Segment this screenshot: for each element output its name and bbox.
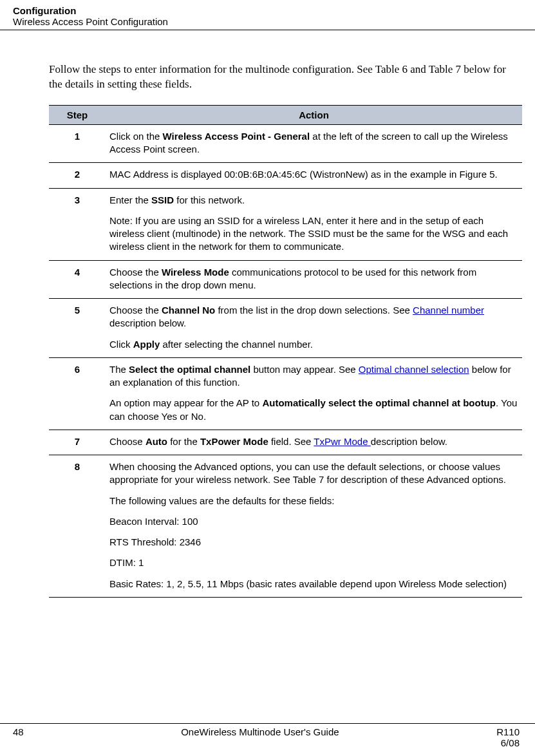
bold-text: Automatically select the optimal channel… — [262, 397, 496, 408]
content-area: Follow the steps to enter information fo… — [0, 30, 535, 598]
footer-date: 6/08 — [496, 737, 520, 748]
text: The following values are the defaults fo… — [109, 495, 518, 507]
step-action: Enter the SSID for this network. Note: I… — [106, 188, 522, 260]
text: description below. — [371, 436, 447, 447]
table-row: 2 MAC Address is displayed 00:0B:6B:0A:4… — [49, 163, 522, 188]
text: The — [109, 364, 129, 375]
footer-right: R110 6/08 — [496, 726, 520, 748]
footer-version: R110 — [496, 726, 520, 737]
table-row: 1 Click on the Wireless Access Point - G… — [49, 124, 522, 163]
step-action: Choose the Wireless Mode communications … — [106, 260, 522, 299]
step-number: 3 — [49, 188, 106, 260]
bold-text: Select the optimal channel — [129, 364, 250, 375]
step-action: MAC Address is displayed 00:0B:6B:0A:45:… — [106, 163, 522, 188]
step-number: 7 — [49, 430, 106, 455]
bold-text: Auto — [145, 436, 167, 447]
table-row: 4 Choose the Wireless Mode communication… — [49, 260, 522, 299]
bold-text: TxPower Mode — [200, 436, 268, 447]
step-number: 2 — [49, 163, 106, 188]
text: When choosing the Advanced options, you … — [109, 460, 518, 487]
footer-center: OneWireless Multinode User's Guide — [181, 726, 339, 737]
header-title: Configuration — [13, 5, 522, 16]
step-action: Choose the Channel No from the list in t… — [106, 299, 522, 358]
text: DTIM: 1 — [109, 556, 518, 569]
text: Click on the — [109, 131, 163, 142]
text: Choose the — [109, 267, 162, 278]
step-number: 4 — [49, 260, 106, 299]
step-action: The Select the optimal channel button ma… — [106, 357, 522, 430]
text: description below. — [109, 317, 186, 328]
bold-text: Wireless Access Point - General — [163, 131, 310, 142]
text: An option may appear for the AP to — [109, 397, 262, 408]
col-header-step: Step — [49, 105, 106, 124]
text: Choose — [109, 436, 145, 447]
text: Beacon Interval: 100 — [109, 515, 518, 528]
text: MAC Address is displayed 00:0B:6B:0A:45:… — [109, 168, 518, 181]
link-optimal-channel[interactable]: Optimal channel selection — [359, 364, 469, 375]
step-number: 5 — [49, 299, 106, 358]
step-number: 8 — [49, 455, 106, 598]
text: Choose the — [109, 305, 162, 316]
step-action: Click on the Wireless Access Point - Gen… — [106, 124, 522, 163]
text: Enter the — [109, 194, 151, 205]
text: after selecting the channel number. — [160, 339, 313, 350]
text: for the — [167, 436, 200, 447]
page-footer: 48 OneWireless Multinode User's Guide R1… — [0, 723, 535, 748]
table-row: 3 Enter the SSID for this network. Note:… — [49, 188, 522, 260]
text: button may appear. See — [250, 364, 359, 375]
text: Note: If you are using an SSID for a wir… — [109, 214, 518, 254]
table-row: 6 The Select the optimal channel button … — [49, 357, 522, 430]
bold-text: SSID — [151, 194, 174, 205]
step-number: 6 — [49, 357, 106, 430]
page-header: Configuration Wireless Access Point Conf… — [0, 0, 535, 30]
text: from the list in the drop down selection… — [215, 305, 413, 316]
bold-text: Wireless Mode — [162, 267, 229, 278]
header-subtitle: Wireless Access Point Configuration — [13, 16, 522, 27]
step-number: 1 — [49, 124, 106, 163]
table-row: 8 When choosing the Advanced options, yo… — [49, 455, 522, 598]
text: for this network. — [174, 194, 245, 205]
step-action: When choosing the Advanced options, you … — [106, 455, 522, 598]
table-row: 7 Choose Auto for the TxPower Mode field… — [49, 430, 522, 455]
text: RTS Threshold: 2346 — [109, 536, 518, 549]
link-channel-number[interactable]: Channel number — [413, 305, 484, 316]
text: field. See — [268, 436, 314, 447]
footer-page-number: 48 — [13, 726, 24, 737]
text: Basic Rates: 1, 2, 5.5, 11 Mbps (basic r… — [109, 578, 518, 591]
intro-paragraph: Follow the steps to enter information fo… — [49, 62, 522, 92]
link-txpwr-mode[interactable]: TxPwr Mode — [314, 436, 370, 447]
text: Click — [109, 339, 133, 350]
steps-table: Step Action 1 Click on the Wireless Acce… — [49, 105, 522, 598]
col-header-action: Action — [106, 105, 522, 124]
step-action: Choose Auto for the TxPower Mode field. … — [106, 430, 522, 455]
table-row: 5 Choose the Channel No from the list in… — [49, 299, 522, 358]
bold-text: Channel No — [162, 305, 215, 316]
bold-text: Apply — [133, 339, 160, 350]
